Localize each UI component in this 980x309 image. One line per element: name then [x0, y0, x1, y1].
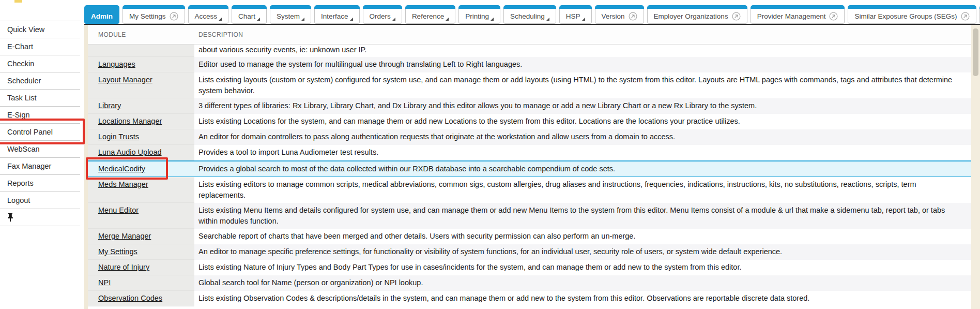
tab-label: Scheduling	[510, 12, 545, 20]
table-row: NPIGlobal search tool for Name (person o…	[84, 275, 971, 291]
module-link-library[interactable]: Library	[98, 101, 121, 110]
tab-employer-organizations[interactable]: Employer Organizations	[647, 5, 747, 24]
sidebar-item-e-sign[interactable]: E-Sign	[0, 107, 80, 124]
table-row: MedicalCodifyProvides a global search to…	[84, 160, 971, 177]
sidebar-item-label: Logout	[7, 196, 30, 204]
module-cell: Merge Manager	[84, 229, 194, 244]
module-link-menu-editor[interactable]: Menu Editor	[98, 206, 139, 214]
sidebar-item-label: Task List	[7, 94, 36, 102]
module-description: Lists existing Nature of Injury Types an…	[194, 260, 971, 275]
module-link-languages[interactable]: Languages	[98, 60, 135, 68]
content-area: MODULE DESCRIPTION about various securit…	[84, 25, 980, 309]
sidebar-item-label: Control Panel	[7, 128, 53, 136]
sidebar-pin-item[interactable]	[0, 209, 80, 226]
sidebar-item-reports[interactable]: Reports	[0, 175, 80, 192]
module-link-nature-of-injury[interactable]: Nature of Injury	[98, 263, 149, 271]
sidebar-item-label: Scheduler	[7, 77, 41, 85]
sidebar-item-label: E-Chart	[7, 42, 33, 51]
tab-admin[interactable]: Admin	[84, 5, 119, 24]
module-cell: Layout Manager	[84, 72, 194, 98]
dropdown-caret-icon	[350, 18, 353, 21]
module-link-locations-manager[interactable]: Locations Manager	[98, 117, 162, 125]
tab-hsp[interactable]: HSP	[559, 5, 592, 24]
table-row: Merge ManagerSearchable report of charts…	[84, 229, 971, 244]
sidebar-item-logout[interactable]: Logout	[0, 192, 80, 209]
module-cell: Meds Manager	[84, 177, 194, 203]
module-cell: Languages	[84, 57, 194, 72]
tab-top-bar	[559, 5, 592, 9]
module-link-login-trusts[interactable]: Login Trusts	[98, 133, 139, 141]
module-link-luna-audio-upload[interactable]: Luna Audio Upload	[98, 148, 162, 156]
module-cell: My Settings	[84, 244, 194, 260]
tab-access[interactable]: Access	[188, 5, 229, 24]
module-link-meds-manager[interactable]: Meds Manager	[98, 180, 148, 188]
sidebar-item-task-list[interactable]: Task List	[0, 90, 80, 107]
module-cell: Luna Audio Upload	[84, 145, 194, 160]
module-cell: Library	[84, 98, 194, 114]
tab-similar-exposure-groups-segs[interactable]: Similar Exposure Groups (SEGs)	[848, 5, 976, 24]
dropdown-caret-icon	[446, 18, 449, 21]
module-description: Lists existing Observation Codes & descr…	[194, 291, 971, 306]
module-link-observation-codes[interactable]: Observation Codes	[98, 294, 162, 302]
table-row: Observation CodesLists existing Observat…	[84, 291, 971, 306]
module-cell: Nature of Injury	[84, 260, 194, 275]
tab-version[interactable]: Version	[595, 5, 644, 24]
dropdown-caret-icon	[582, 18, 585, 21]
tab-label: Similar Exposure Groups (SEGs)	[854, 12, 957, 20]
tab-my-settings[interactable]: My Settings	[122, 5, 185, 24]
module-description: Lists existing layouts (custom or system…	[194, 72, 971, 98]
scrollbar-thumb[interactable]	[973, 28, 978, 76]
table-left-strip	[84, 25, 88, 309]
sidebar-item-e-chart[interactable]: E-Chart	[0, 38, 80, 55]
dropdown-caret-icon	[546, 18, 549, 21]
sidebar-item-scheduler[interactable]: Scheduler	[0, 72, 80, 90]
module-description: Searchable report of charts that have be…	[194, 229, 971, 244]
module-link-merge-manager[interactable]: Merge Manager	[98, 232, 151, 240]
sidebar-item-quick-view[interactable]: Quick View	[0, 21, 80, 38]
tab-top-bar	[848, 5, 976, 9]
tab-chart[interactable]: Chart	[232, 5, 267, 24]
sidebar-item-control-panel[interactable]: Control Panel	[0, 124, 80, 141]
tab-top-bar	[751, 5, 845, 9]
tab-top-bar	[84, 5, 119, 9]
tab-system[interactable]: System	[270, 5, 311, 24]
tab-top-bar	[595, 5, 644, 9]
module-cell: MedicalCodify	[84, 161, 194, 176]
tab-printing[interactable]: Printing	[458, 5, 500, 24]
tab-orders[interactable]: Orders	[363, 5, 402, 24]
tab-label: My Settings	[129, 12, 166, 20]
module-description: Provides a tool to import Luna Audiomete…	[194, 145, 971, 160]
table-row: LanguagesEditor used to manage the syste…	[84, 57, 971, 72]
module-link-layout-manager[interactable]: Layout Manager	[98, 76, 152, 84]
tab-interface[interactable]: Interface	[314, 5, 360, 24]
module-cell	[84, 45, 194, 57]
tab-scheduling[interactable]: Scheduling	[503, 5, 556, 24]
module-description: 3 different types of libraries: Rx Libra…	[194, 98, 971, 114]
sidebar-item-webscan[interactable]: WebScan	[0, 141, 80, 158]
sidebar-item-checkin[interactable]: Checkin	[0, 55, 80, 72]
sidebar-item-label: Checkin	[7, 60, 34, 68]
module-link-my-settings[interactable]: My Settings	[98, 247, 137, 256]
tab-label: Access	[195, 12, 218, 20]
sidebar-menu: Quick ViewE-ChartCheckinSchedulerTask Li…	[0, 21, 80, 226]
sidebar: Quick ViewE-ChartCheckinSchedulerTask Li…	[0, 0, 80, 309]
module-description: Lists existing Menu Items and details co…	[194, 203, 971, 229]
tab-reference[interactable]: Reference	[405, 5, 455, 24]
module-link-medicalcodify[interactable]: MedicalCodify	[98, 165, 145, 173]
popout-icon	[961, 12, 970, 21]
sidebar-item-fax-manager[interactable]: Fax Manager	[0, 158, 80, 175]
sidebar-item-label: WebScan	[7, 145, 40, 153]
module-description: Lists existing editors to manage common …	[194, 177, 971, 203]
module-cell: Menu Editor	[84, 203, 194, 229]
module-link-npi[interactable]: NPI	[98, 278, 111, 287]
tab-provider-management[interactable]: Provider Management	[751, 5, 845, 24]
tab-top-bar	[270, 5, 311, 9]
tab-top-bar	[122, 5, 185, 9]
pushpin-icon	[7, 213, 13, 222]
vertical-scrollbar[interactable]	[971, 25, 980, 309]
module-table: MODULE DESCRIPTION about various securit…	[84, 25, 971, 309]
table-row: about various security events, ie: unkno…	[84, 45, 971, 57]
module-description: about various security events, ie: unkno…	[194, 45, 971, 57]
table-row: Luna Audio UploadProvides a tool to impo…	[84, 145, 971, 160]
tab-top-bar	[314, 5, 360, 9]
